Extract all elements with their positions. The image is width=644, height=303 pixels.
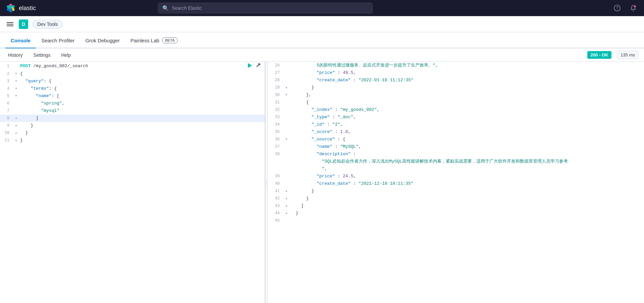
help-icon-button[interactable]: ? xyxy=(612,3,623,13)
editor-line-5: 5 ▾ "name": [ xyxy=(0,92,265,100)
time-badge: 135 ms xyxy=(617,51,639,59)
response-line-39: 39 "price" : 24.5, xyxy=(268,173,644,180)
response-line-43: 43 ▴ ] xyxy=(268,202,644,210)
svg-point-9 xyxy=(634,5,636,7)
line-number-9: 9 xyxy=(0,122,13,129)
app-name-button[interactable]: Dev Tools xyxy=(32,20,63,29)
tab-painless-lab[interactable]: Painless Lab BETA xyxy=(125,33,183,48)
response-line-44: 44 ▴ } xyxy=(268,210,644,217)
r-line-content-38b: "SQL必知必会作者力作，深入浅出MySQL高性能讲解技术内幕，紧贴实战需要，适… xyxy=(289,158,644,165)
help-circle-icon: ? xyxy=(614,5,621,11)
wrench-icon xyxy=(255,62,261,69)
hamburger-menu-button[interactable] xyxy=(5,19,15,29)
r-line-number-36: 36 xyxy=(268,136,284,143)
line-number-5: 5 xyxy=(0,92,13,100)
line-number-4: 4 xyxy=(0,85,13,92)
r-line-number-32: 32 xyxy=(268,106,284,114)
r-line-number-42: 42 xyxy=(268,195,284,202)
elastic-logo[interactable]: elastic xyxy=(5,3,36,13)
tab-grok-debugger[interactable]: Grok Debugger xyxy=(80,33,125,48)
r-line-number-37: 37 xyxy=(268,143,284,150)
tab-search-profiler-label: Search Profiler xyxy=(41,38,74,43)
editor-line-8: 8 ▴ ] xyxy=(0,115,265,122)
editor-lines: 1 POST /my_goods_002/_search xyxy=(0,62,265,144)
r-line-number-28: 28 xyxy=(268,77,284,84)
history-button[interactable]: History xyxy=(5,51,25,59)
top-navigation: elastic 🔍 Search Elastic ? xyxy=(0,0,644,16)
editor-line-4: 4 ▾ "terms": { xyxy=(0,85,265,92)
editor-line-3: 3 ▾ "query": { xyxy=(0,78,265,85)
response-line-36: 36 ▾ "_source" : { xyxy=(268,136,644,143)
response-line-45: 45 xyxy=(268,217,644,224)
global-search-bar[interactable]: 🔍 Search Elastic xyxy=(158,3,373,13)
r-line-content-40: "create_date" : "2021-12-10 18:11:35" xyxy=(289,180,644,187)
r-line-number-41: 41 xyxy=(268,187,284,195)
main-content: 1 POST /my_goods_002/_search xyxy=(0,62,644,303)
r-line-content-42: } xyxy=(289,195,644,202)
line-number-10: 10 xyxy=(0,129,13,137)
line-content-6: "spring", xyxy=(19,100,265,107)
wrench-button[interactable] xyxy=(255,62,262,70)
secondary-navigation: D Dev Tools xyxy=(0,16,644,32)
r-line-number-38a: 38 xyxy=(268,150,284,158)
line-number-7: 7 xyxy=(0,107,13,115)
response-line-29: 29 ▴ } xyxy=(268,84,644,91)
r-line-number-33: 33 xyxy=(268,114,284,121)
beta-badge: BETA xyxy=(162,37,178,43)
response-line-30: 30 ▾ }, xyxy=(268,91,644,99)
r-line-toggle-36: ▾ xyxy=(284,136,289,143)
r-line-content-38c: ", xyxy=(289,165,644,173)
response-line-32: 32 "_index" : "my_goods_002", xyxy=(268,106,644,114)
svg-rect-11 xyxy=(7,24,13,25)
r-line-content-26: 5的新特性通过微服务、反应式开发进一步提升了生产效率。", xyxy=(289,62,644,69)
response-line-38c: ", xyxy=(268,165,644,173)
bell-icon xyxy=(630,5,637,11)
r-line-number-45: 45 xyxy=(268,217,284,224)
r-line-toggle-41: ▴ xyxy=(284,187,289,195)
r-line-number-27: 27 xyxy=(268,69,284,77)
line-toggle-11: ▴ xyxy=(13,137,19,144)
bell-icon-button[interactable] xyxy=(628,3,639,13)
tab-search-profiler[interactable]: Search Profiler xyxy=(36,33,80,48)
line-number-1: 1 xyxy=(0,62,13,70)
svg-rect-12 xyxy=(7,26,13,26)
tab-console[interactable]: Console xyxy=(5,33,36,48)
r-line-content-43: ] xyxy=(289,202,644,210)
tab-console-label: Console xyxy=(11,38,31,43)
r-line-content-30: }, xyxy=(289,91,644,99)
response-line-35: 35 "_score" : 1.0, xyxy=(268,128,644,136)
editor-line-9: 9 ▴ } xyxy=(0,122,265,129)
response-line-38a: 38 "description" : xyxy=(268,150,644,158)
response-line-34: 34 "_id" : "2", xyxy=(268,121,644,128)
line-content-4: "terms": { xyxy=(19,85,265,92)
settings-button[interactable]: Settings xyxy=(31,51,53,59)
r-line-content-37: "name" : "MySQL", xyxy=(289,143,644,150)
response-panel[interactable]: 26 5的新特性通过微服务、反应式开发进一步提升了生产效率。", 27 "pri… xyxy=(268,62,644,303)
r-line-number-44: 44 xyxy=(268,210,284,217)
r-line-content-36: "_source" : { xyxy=(289,136,644,143)
r-line-content-29: } xyxy=(289,84,644,91)
r-line-content-39: "price" : 24.5, xyxy=(289,173,644,180)
search-icon: 🔍 xyxy=(162,5,169,11)
editor-panel[interactable]: 1 POST /my_goods_002/_search xyxy=(0,62,265,303)
line-content-2: { xyxy=(19,70,265,78)
r-line-content-31: { xyxy=(289,99,644,106)
tab-grok-debugger-label: Grok Debugger xyxy=(85,38,120,43)
line-toggle-10: ▴ xyxy=(13,129,19,137)
tab-painless-lab-label: Painless Lab xyxy=(130,38,159,43)
response-line-42: 42 ▴ } xyxy=(268,195,644,202)
editor-line-11: 11 ▴ } xyxy=(0,137,265,144)
line-toggle-3: ▾ xyxy=(13,78,19,85)
line-toggle-8: ▴ xyxy=(13,115,19,122)
status-badge: 200 - OK xyxy=(587,51,612,59)
line-content-11: } xyxy=(19,137,265,144)
line-content-1: POST /my_goods_002/_search xyxy=(19,62,246,70)
run-button[interactable] xyxy=(246,62,253,70)
help-button[interactable]: Help xyxy=(58,51,73,59)
r-line-toggle-42: ▴ xyxy=(284,195,289,202)
response-line-40: 40 "create_date" : "2021-12-10 18:11:35" xyxy=(268,180,644,187)
elastic-logo-text: elastic xyxy=(19,5,36,12)
r-line-content-41: } xyxy=(289,187,644,195)
panel-divider[interactable]: ⋮ xyxy=(265,62,268,303)
svg-text:?: ? xyxy=(616,6,619,10)
